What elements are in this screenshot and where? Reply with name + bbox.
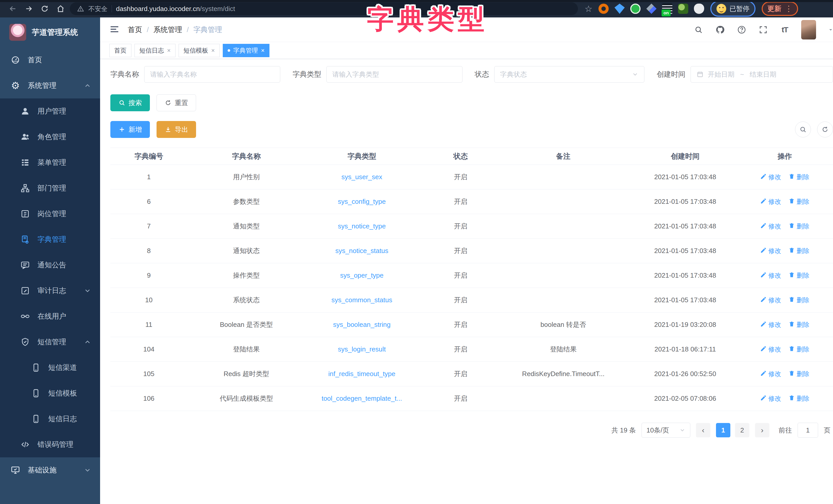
edit-button[interactable]: 修改 [760,222,781,230]
breadcrumb-home[interactable]: 首页 [128,25,142,34]
dict-name-input[interactable] [150,71,274,78]
edit-button[interactable]: 修改 [760,296,781,304]
sidebar-item-sms-template[interactable]: 短信模板 [0,380,100,406]
browser-update-button[interactable]: 更新 ⋮ [762,2,798,16]
blue-gem-extension-icon[interactable] [614,4,625,14]
goto-page-input[interactable] [798,423,818,437]
search-button[interactable]: 搜索 [110,94,150,111]
blue-diamond-extension-icon[interactable] [646,4,657,14]
reset-button[interactable]: 重置 [157,94,196,111]
page-size-select[interactable]: 10条/页 [642,423,690,437]
prev-page-button[interactable]: ‹ [696,423,710,437]
chevron-down-icon[interactable] [827,26,833,33]
hide-search-button[interactable] [795,122,811,137]
edit-button[interactable]: 修改 [760,197,781,206]
edit-button[interactable]: 修改 [760,345,781,354]
delete-button[interactable]: 删除 [788,370,809,378]
sidebar-item-audit-log[interactable]: 审计日志 [0,278,100,304]
fullscreen-icon[interactable] [758,25,768,35]
dict-type-link[interactable]: sys_notice_status [305,247,418,255]
sidebar-item-online-users[interactable]: 在线用户 [0,304,100,329]
tab-home[interactable]: 首页 [109,44,132,57]
dict-type-link[interactable]: inf_redis_timeout_type [305,370,418,378]
close-icon[interactable]: × [261,47,265,54]
delete-button[interactable]: 删除 [788,247,809,255]
sidebar-item-menu-management[interactable]: 菜单管理 [0,150,100,175]
app-logo-row[interactable]: 芋道管理系统 [0,18,100,47]
dict-type-link[interactable]: sys_user_sex [305,173,418,181]
user-avatar[interactable] [801,20,816,40]
white-ghost-extension-icon[interactable] [694,4,704,14]
edit-button[interactable]: 修改 [760,394,781,403]
sidebar-item-system-management[interactable]: ⚙系统管理 [0,73,100,98]
browser-back-icon[interactable] [6,2,20,16]
github-icon[interactable] [715,25,725,35]
created-time-cell: 2021-01-05 17:03:48 [624,247,747,255]
sidebar-item-infrastructure[interactable]: 基础设施 [0,457,100,483]
delete-button[interactable]: 删除 [788,321,809,329]
dict-type-link[interactable]: sys_login_result [305,345,418,353]
search-icon[interactable] [693,25,704,35]
dict-type-link[interactable]: sys_boolean_string [305,321,418,329]
paused-extension-pill[interactable]: 已暂停 [710,1,756,17]
delete-button[interactable]: 删除 [788,296,809,304]
sidebar-item-dept-management[interactable]: 部门管理 [0,175,100,201]
next-page-button[interactable]: › [755,423,769,437]
delete-button[interactable]: 删除 [788,345,809,354]
page-button-2[interactable]: 2 [735,423,749,437]
close-icon[interactable]: × [167,47,171,54]
dict-type-link[interactable]: sys_notice_type [305,222,418,230]
edit-button[interactable]: 修改 [760,370,781,378]
delete-button[interactable]: 删除 [788,271,809,280]
delete-button[interactable]: 删除 [788,222,809,230]
shield-icon [20,336,31,348]
tab-sms-template[interactable]: 短信模板× [178,44,220,57]
sidebar-item-sms-log[interactable]: 短信日志 [0,406,100,432]
help-icon[interactable] [737,25,747,35]
edit-button[interactable]: 修改 [760,271,781,280]
green-sprout-extension-icon[interactable] [678,4,688,14]
date-range-picker[interactable]: 开始日期 ~ 结束日期 [691,66,833,82]
browser-home-icon[interactable] [54,2,67,16]
created-time-cell: 2021-01-19 03:20:08 [624,321,747,329]
orange-ring-extension-icon[interactable] [598,4,609,14]
browser-menu-icon[interactable]: ⋮ [785,6,792,11]
sidebar-item-post-management[interactable]: 岗位管理 [0,201,100,227]
edit-button[interactable]: 修改 [760,247,781,255]
sidebar-item-user-management[interactable]: 用户管理 [0,98,100,124]
dict-type-input[interactable] [332,71,456,78]
delete-button[interactable]: 删除 [788,197,809,206]
address-bar[interactable]: 不安全 dashboard.yudao.iocoder.cn/system/di… [70,2,578,15]
breadcrumb-system[interactable]: 系统管理 [153,25,182,34]
export-button[interactable]: 导出 [157,121,196,138]
dict-type-link[interactable]: tool_codegen_template_t... [305,395,418,402]
dict-type-link[interactable]: sys_oper_type [305,272,418,279]
dict-type-link[interactable]: sys_config_type [305,198,418,206]
browser-forward-icon[interactable] [22,2,35,16]
list-lines-extension-icon[interactable]: on [662,4,672,14]
edit-button[interactable]: 修改 [760,173,781,181]
delete-button[interactable]: 删除 [788,173,809,181]
close-icon[interactable]: × [211,47,215,54]
add-button[interactable]: 新增 [110,121,150,138]
green-circle-extension-icon[interactable] [630,4,641,14]
hamburger-icon[interactable] [109,24,121,35]
sidebar-item-notice[interactable]: 通知公告 [0,252,100,278]
sidebar-item-sms-management[interactable]: 短信管理 [0,329,100,355]
browser-reload-icon[interactable] [38,2,51,16]
page-button-1[interactable]: 1 [716,423,730,437]
sidebar-item-error-code-management[interactable]: 错误码管理 [0,432,100,457]
status-select[interactable]: 字典状态 [494,66,644,82]
sidebar-item-home[interactable]: 首页 [0,47,100,73]
sidebar-item-dict-management[interactable]: 字典管理 [0,227,100,252]
dict-type-link[interactable]: sys_common_status [305,296,418,304]
font-size-icon[interactable]: tT [780,25,790,35]
bookmark-star-icon[interactable]: ☆ [585,4,592,14]
edit-button[interactable]: 修改 [760,321,781,329]
tab-sms-log[interactable]: 短信日志× [135,44,175,57]
tab-dict-management[interactable]: 字典管理× [223,44,269,57]
delete-button[interactable]: 删除 [788,394,809,403]
sidebar-item-sms-channel[interactable]: 短信渠道 [0,355,100,380]
refresh-table-button[interactable] [817,122,833,137]
sidebar-item-role-management[interactable]: 角色管理 [0,124,100,150]
